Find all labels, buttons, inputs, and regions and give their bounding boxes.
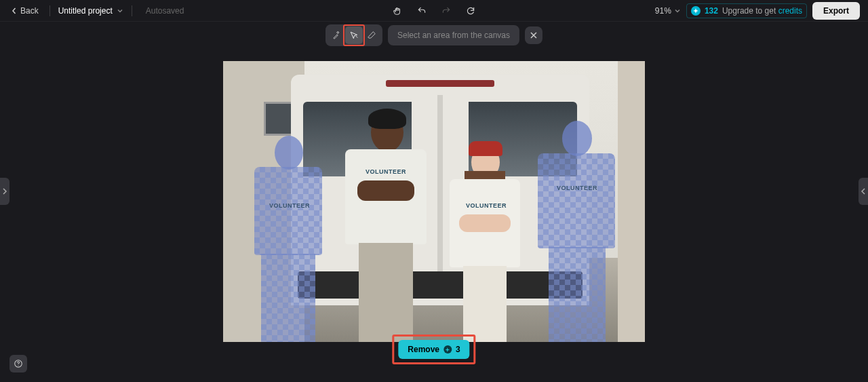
credits-value: 132 xyxy=(705,6,718,16)
divider xyxy=(50,5,50,16)
wand-icon xyxy=(332,31,341,40)
project-name-text: Untitled project xyxy=(58,6,113,16)
selection-toolbar: Select an area from the canvas xyxy=(326,24,542,46)
back-button[interactable]: Back xyxy=(8,3,41,18)
chevron-down-icon xyxy=(117,7,123,14)
top-bar: Back Untitled project Autosaved 91% xyxy=(0,0,868,22)
cursor-select-icon xyxy=(349,31,359,40)
shirt-text: VOLUNTEER xyxy=(466,202,507,209)
eraser-icon xyxy=(367,31,376,40)
export-button[interactable]: Export xyxy=(812,2,860,20)
svg-marker-0 xyxy=(693,8,698,14)
eraser-tool[interactable] xyxy=(363,26,380,44)
chevron-down-icon xyxy=(674,7,681,14)
selection-tool-group xyxy=(326,24,382,46)
zoom-value: 91% xyxy=(655,6,671,16)
remove-button[interactable]: Remove 3 xyxy=(398,340,469,359)
person-legs xyxy=(359,243,413,342)
redo-button[interactable] xyxy=(438,3,454,19)
help-button[interactable] xyxy=(9,355,27,373)
undo-button[interactable] xyxy=(414,3,430,19)
help-icon xyxy=(14,359,23,368)
person-legs xyxy=(463,266,507,342)
upgrade-link[interactable]: Upgrade to get credits xyxy=(722,6,802,16)
scene-building-right xyxy=(618,61,645,342)
highlight-select-tool xyxy=(343,24,365,46)
selected-person-right: VOLUNTEER xyxy=(532,121,620,342)
shirt-text: VOLUNTEER xyxy=(269,202,310,209)
right-panel-toggle[interactable] xyxy=(859,178,868,205)
shirt-text: VOLUNTEER xyxy=(366,168,406,175)
zoom-dropdown[interactable]: 91% xyxy=(655,6,681,16)
person-bandana xyxy=(469,141,502,156)
topbar-right: 91% 132 Upgrade to get credits Export xyxy=(479,2,860,20)
chevron-left-icon xyxy=(11,7,18,14)
van-door-divider xyxy=(437,95,443,299)
canvas[interactable]: VOLUNTEER VOLUNTEER VOLUNTEER VOLUNTEER xyxy=(223,61,645,342)
person-torso xyxy=(538,153,615,248)
person-arms xyxy=(357,180,414,201)
person-center-right: VOLUNTEER xyxy=(444,141,526,342)
shirt-text: VOLUNTEER xyxy=(557,185,597,191)
credit-coin-icon xyxy=(443,345,452,354)
credit-coin-icon xyxy=(691,6,701,16)
highlight-remove-button: Remove 3 xyxy=(392,335,475,364)
chevron-right-icon xyxy=(2,188,7,195)
remove-label: Remove xyxy=(408,345,439,354)
person-torso xyxy=(254,167,322,255)
refresh-icon xyxy=(466,6,475,16)
person-head xyxy=(562,121,592,156)
svg-marker-1 xyxy=(446,347,450,352)
topbar-left: Back Untitled project Autosaved xyxy=(8,3,389,18)
person-center-left: VOLUNTEER xyxy=(338,113,433,342)
chevron-left-icon xyxy=(861,188,866,195)
hand-tool-button[interactable] xyxy=(389,3,406,19)
selected-person-left: VOLUNTEER xyxy=(248,136,329,342)
selection-prompt: Select an area from the canvas xyxy=(388,25,519,45)
redo-icon xyxy=(441,6,451,16)
undo-icon xyxy=(417,6,427,16)
person-legs xyxy=(261,254,315,342)
back-label: Back xyxy=(20,6,39,16)
upgrade-credits-word: credits xyxy=(778,6,802,16)
project-name-dropdown[interactable]: Untitled project xyxy=(58,6,123,16)
upgrade-text: Upgrade to get xyxy=(722,6,778,16)
person-arms xyxy=(459,214,511,232)
click-select-tool[interactable] xyxy=(345,26,363,44)
hand-icon xyxy=(393,6,402,16)
person-legs xyxy=(549,247,606,342)
person-hair xyxy=(368,109,406,129)
left-panel-toggle[interactable] xyxy=(0,178,9,205)
credits-display[interactable]: 132 Upgrade to get credits xyxy=(686,3,807,18)
reset-button[interactable] xyxy=(462,3,479,19)
person-head xyxy=(275,136,303,170)
divider xyxy=(132,5,132,16)
close-tool-button[interactable] xyxy=(525,26,542,44)
topbar-center xyxy=(389,3,479,19)
remove-cost: 3 xyxy=(456,345,460,354)
van-brake-light xyxy=(386,80,494,87)
autosaved-status: Autosaved xyxy=(146,6,184,16)
close-icon xyxy=(530,31,538,39)
